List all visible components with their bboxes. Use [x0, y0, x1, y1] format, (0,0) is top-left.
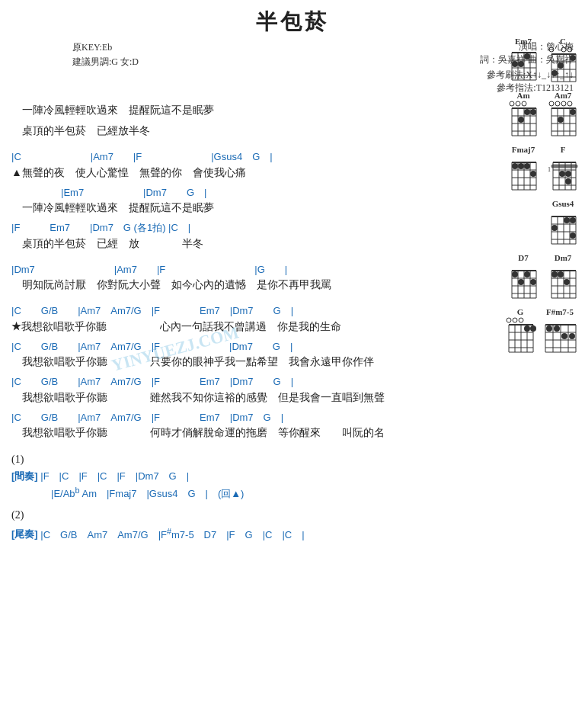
svg-point-103: [570, 233, 576, 239]
svg-point-89: [565, 178, 571, 184]
chorus-lyric1: ★我想欲唱歌乎你聽 心內一句話我不曾講過 你是我的生命: [11, 319, 467, 335]
chorus-chords4: |C G/B |Am7 Am7/G |F Em7 |Dm7 G |: [11, 410, 467, 425]
d7-diagram: [507, 263, 539, 300]
original-key: 原KEY:Eb: [72, 40, 139, 55]
suggested-key: 建議男調:G 女:D: [72, 55, 139, 69]
intro-lyric-2: 桌頂的半包菸 已經放半冬: [11, 123, 467, 139]
main-title: 半包菸: [11, 8, 574, 37]
chord-row-3: Fmaj7: [504, 145, 579, 191]
svg-point-47: [561, 101, 566, 106]
chorus-lyric3: 我想欲唱歌乎你聽 雖然我不知你這裕的感覺 但是我會一直唱到無聲: [11, 390, 467, 406]
svg-point-45: [549, 101, 554, 106]
svg-point-145: [530, 326, 536, 332]
svg-point-72: [518, 163, 524, 169]
svg-point-59: [570, 109, 576, 115]
svg-point-157: [554, 326, 560, 332]
fmaj7-diagram: [507, 155, 539, 191]
chord-em7: Em7: [507, 37, 539, 83]
chord-fmaj7: Fmaj7: [507, 145, 539, 191]
svg-point-144: [524, 326, 530, 332]
svg-point-114: [512, 271, 518, 277]
svg-point-46: [555, 101, 560, 106]
f-diagram: 1: [547, 155, 579, 191]
svg-point-87: [559, 171, 565, 177]
svg-point-130: [564, 279, 570, 285]
chorus-lyric4: 我想欲唱歌乎你聽 何時才倘解脫命運的拖磨 等你醒來 叫阮的名: [11, 425, 467, 441]
svg-point-30: [516, 101, 520, 106]
title-section: 半包菸: [11, 8, 574, 37]
svg-point-133: [519, 318, 523, 322]
chord-d7: D7: [507, 253, 539, 300]
c-diagram: [547, 47, 579, 83]
svg-point-43: [530, 109, 536, 115]
interlude-chords2: |E/Abb Am |Fmaj7 |Gsus4 G | (回▲): [11, 484, 467, 502]
chord-g: G: [504, 307, 536, 354]
svg-point-31: [522, 101, 526, 106]
svg-point-13: [549, 47, 554, 52]
chord-am: Am: [507, 91, 539, 137]
chord-am7: Am7: [547, 91, 579, 137]
svg-point-73: [524, 163, 530, 169]
interlude-chords: [間奏] |F |C |F |C |F |Dm7 G |: [11, 469, 467, 484]
chord-row-4: Gsus4: [504, 199, 579, 245]
svg-point-117: [530, 279, 536, 285]
interlude-label-1: (1): [11, 451, 467, 467]
svg-text:1: 1: [548, 166, 551, 173]
chorus-lyric2: 我想欲唱歌乎你聽 只要你的眼神乎我一點希望 我會永遠甲你作伴: [11, 354, 467, 370]
intro-lyric-1: 一陣冷風輕輕吹過來 提醒阮這不是眠夢: [11, 102, 467, 118]
chord-row-5: D7 Dm7: [504, 253, 579, 300]
top-info: 原KEY:Eb 建議男調:G 女:D 演唱：曾心梅 詞：吳嘉祥 曲：吳嘉祥 參考…: [11, 40, 574, 95]
svg-point-26: [570, 55, 576, 61]
svg-point-28: [551, 70, 558, 76]
svg-point-44: [518, 117, 524, 123]
chorus-chords2: |C G/B |Am7 Am7/G |F |Dm7 G |: [11, 339, 467, 354]
verse1-chords2: |Em7 |Dm7 G |: [11, 185, 467, 200]
svg-point-14: [561, 47, 566, 52]
verse1-lyric-mark: ▲無聲的夜 使人心驚惶 無聲的你 會使我心痛: [11, 165, 467, 181]
svg-point-60: [558, 117, 564, 123]
chorus-chords1: |C G/B |Am7 Am7/G |F Em7 |Dm7 G |: [11, 303, 467, 319]
svg-point-129: [558, 271, 564, 277]
svg-point-128: [551, 271, 558, 277]
svg-point-131: [507, 318, 511, 322]
verse1-chords: |C |Am7 |F |Gsus4 G |: [11, 149, 467, 165]
chord-fsharp-m7-5: F#m7-5: [541, 307, 579, 354]
chord-gsus4: Gsus4: [547, 199, 579, 245]
svg-point-156: [546, 326, 552, 332]
verse1-chords3: |F Em7 |Dm7 G (各1拍) |C |: [11, 220, 467, 236]
chord-row-6: G: [504, 307, 579, 354]
outro-label: (2): [11, 507, 467, 523]
svg-point-42: [524, 109, 530, 115]
chord-diagrams-panel: Em7: [504, 37, 579, 361]
svg-point-100: [551, 225, 558, 231]
song-body: 一陣冷風輕輕吹過來 提醒阮這不是眠夢 桌頂的半包菸 已經放半冬 |C |Am7 …: [11, 102, 574, 542]
fsharp-m7-5-diagram: [541, 317, 579, 354]
verse2-lyric: 明知阮尚討厭 你對阮大小聲 如今心內的遺憾 是你不再甲我罵: [11, 277, 467, 293]
em7-diagram: [507, 47, 539, 83]
chorus-chords3: |C G/B |Am7 Am7/G |F Em7 |Dm7 G |: [11, 374, 467, 390]
svg-point-15: [567, 47, 572, 52]
verse1-lyric3: 桌頂的半包菸 已經 放 半冬: [11, 236, 467, 252]
gsus4-diagram: [547, 209, 579, 245]
svg-point-115: [524, 271, 530, 277]
svg-point-88: [565, 171, 571, 177]
outro-chords: [尾奏] |C G/B Am7 Am7/G |F#m7-5 D7 |F G |C…: [11, 524, 467, 542]
chord-row-1: Em7: [504, 37, 579, 83]
chord-dm7: Dm7: [547, 253, 579, 300]
verse2-chords: |Dm7 |Am7 |F |G |: [11, 262, 467, 277]
am-diagram: [507, 101, 539, 137]
chord-c: C: [547, 37, 579, 83]
chord-f: F 1: [547, 145, 579, 191]
svg-point-29: [510, 101, 514, 106]
svg-point-27: [558, 63, 564, 69]
svg-point-10: [512, 61, 518, 67]
key-info: 原KEY:Eb 建議男調:G 女:D: [11, 40, 139, 69]
svg-point-74: [530, 171, 536, 177]
am7-diagram: [547, 101, 579, 137]
svg-point-71: [512, 163, 518, 169]
verse1-lyric2: 一陣冷風輕輕吹過來 提醒阮這不是眠夢: [11, 200, 467, 216]
svg-point-158: [561, 333, 567, 339]
page: 半包菸 原KEY:Eb 建議男調:G 女:D 演唱：曾心梅 詞：吳嘉祥 曲：吳嘉…: [0, 0, 585, 728]
svg-point-102: [570, 217, 576, 223]
svg-point-101: [564, 217, 570, 223]
